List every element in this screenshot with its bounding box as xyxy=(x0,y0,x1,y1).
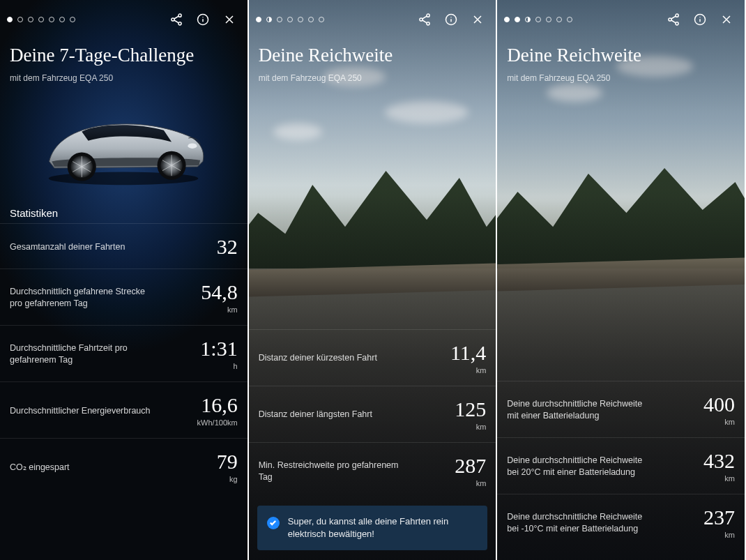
stat-row: Gesamtanzahl deiner Fahrten 32 xyxy=(0,223,248,268)
stat-value: 1:31 h xyxy=(200,338,237,370)
top-bar xyxy=(249,0,496,32)
top-bar xyxy=(497,0,745,32)
page-dot[interactable] xyxy=(7,17,13,22)
svg-point-25 xyxy=(427,22,429,25)
page-dot[interactable] xyxy=(17,17,23,22)
page-dot[interactable] xyxy=(266,17,272,22)
stats-list: Deine durchschnittliche Reichweite mit e… xyxy=(497,381,745,560)
svg-point-30 xyxy=(676,22,678,25)
stat-value: 432 km xyxy=(703,451,735,483)
stat-label: Durchschnittliche Fahrtzeit pro gefahren… xyxy=(10,342,151,366)
stat-row: Deine durchschnittliche Reichweite bei -… xyxy=(497,494,745,550)
page-dot[interactable] xyxy=(70,17,75,22)
page-dot[interactable] xyxy=(298,17,303,22)
stat-row: Durchschnittlich gefahrene Strecke pro g… xyxy=(0,268,248,325)
svg-point-1 xyxy=(172,18,174,21)
svg-point-23 xyxy=(427,14,429,17)
banner-text: Super, du kannst alle deine Fahrten rein… xyxy=(288,515,478,540)
page-subtitle: mit dem Fahrzeug EQA 250 xyxy=(259,73,487,83)
page-header: Deine Reichweite mit dem Fahrzeug EQA 25… xyxy=(249,32,496,89)
top-bar xyxy=(0,0,248,32)
stat-label: Distanz deiner kürzesten Fahrt xyxy=(259,352,377,364)
page-dot[interactable] xyxy=(546,17,551,22)
svg-point-2 xyxy=(178,22,181,25)
page-header: Deine Reichweite mit dem Fahrzeug EQA 25… xyxy=(497,32,745,89)
svg-point-24 xyxy=(420,18,423,21)
close-icon[interactable] xyxy=(222,13,236,27)
top-actions xyxy=(169,13,236,27)
stat-row: Durchschnittliche Fahrtzeit pro gefahren… xyxy=(0,325,248,381)
svg-point-29 xyxy=(669,18,671,21)
top-actions xyxy=(667,13,733,27)
page-header: Deine 7-Tage-Challenge mit dem Fahrzeug … xyxy=(0,32,248,89)
stat-row: Distanz deiner längsten Fahrt 125 km xyxy=(249,386,496,442)
page-dot[interactable] xyxy=(308,17,314,22)
svg-point-4 xyxy=(202,17,203,17)
stat-label: Durchschnittlich gefahrene Strecke pro g… xyxy=(10,286,151,310)
stat-label: Distanz deiner längsten Fahrt xyxy=(259,409,372,421)
section-title: Statistiken xyxy=(0,200,248,223)
page-title: Deine Reichweite xyxy=(259,45,487,66)
page-dot[interactable] xyxy=(319,17,324,22)
stat-value: 287 km xyxy=(455,455,486,487)
svg-point-27 xyxy=(451,17,452,17)
page-subtitle: mit dem Fahrzeug EQA 250 xyxy=(10,73,238,83)
stat-label: Deine durchschnittliche Reichweite bei -… xyxy=(507,511,648,535)
page-dot[interactable] xyxy=(59,17,65,22)
svg-point-22 xyxy=(188,143,197,148)
stat-row: Deine durchschnittliche Reichweite bei 2… xyxy=(497,437,745,494)
close-icon[interactable] xyxy=(471,13,485,27)
stat-row: Distanz deiner kürzesten Fahrt 11,4 km xyxy=(249,329,496,386)
page-title: Deine Reichweite xyxy=(507,45,735,66)
page-dot[interactable] xyxy=(567,17,572,22)
stat-label: Deine durchschnittliche Reichweite bei 2… xyxy=(507,455,648,478)
vehicle-image xyxy=(0,89,248,200)
page-dot[interactable] xyxy=(535,17,541,22)
page-dot[interactable] xyxy=(277,17,282,22)
info-icon[interactable] xyxy=(196,13,210,27)
svg-point-32 xyxy=(699,17,700,17)
stat-label: Gesamtanzahl deiner Fahrten xyxy=(10,241,125,253)
page-dot[interactable] xyxy=(49,17,54,22)
page-indicator[interactable] xyxy=(256,17,324,22)
success-banner: Super, du kannst alle deine Fahrten rein… xyxy=(257,506,488,550)
screen-range-b: Deine Reichweite mit dem Fahrzeug EQA 25… xyxy=(497,0,746,560)
stats-list: Distanz deiner kürzesten Fahrt 11,4 km D… xyxy=(249,329,496,499)
share-icon[interactable] xyxy=(667,13,680,27)
share-icon[interactable] xyxy=(169,13,183,27)
stat-row: CO₂ eingespart 79 kg xyxy=(0,438,248,494)
page-dot[interactable] xyxy=(504,17,510,22)
stat-value: 11,4 km xyxy=(450,342,486,374)
stat-row: Deine durchschnittliche Reichweite mit e… xyxy=(497,381,745,437)
info-icon[interactable] xyxy=(444,13,458,27)
stat-row: Min. Restreichweite pro gefahrenem Tag 2… xyxy=(249,442,496,499)
stat-label: CO₂ eingespart xyxy=(10,462,70,474)
close-icon[interactable] xyxy=(720,13,733,27)
share-icon[interactable] xyxy=(418,13,432,27)
page-dot[interactable] xyxy=(38,17,44,22)
page-dot[interactable] xyxy=(28,17,33,22)
screen-range-a: Deine Reichweite mit dem Fahrzeug EQA 25… xyxy=(249,0,498,560)
page-dot[interactable] xyxy=(287,17,293,22)
stat-value: 237 km xyxy=(703,507,735,539)
stat-label: Durchschnittlicher Energieverbrauch xyxy=(10,405,150,417)
stat-value: 32 xyxy=(217,236,238,257)
page-dot[interactable] xyxy=(525,17,531,22)
page-indicator[interactable] xyxy=(504,17,572,22)
info-icon[interactable] xyxy=(693,13,707,27)
stat-label: Deine durchschnittliche Reichweite mit e… xyxy=(507,398,648,422)
stat-value: 79 kg xyxy=(217,451,238,483)
page-dot[interactable] xyxy=(556,17,562,22)
stat-value: 16,6 kWh/100km xyxy=(197,395,238,427)
stat-value: 125 km xyxy=(455,399,486,431)
svg-point-28 xyxy=(676,14,678,17)
stats-list: Gesamtanzahl deiner Fahrten 32 Durchschn… xyxy=(0,223,248,494)
screen-challenge: Deine 7-Tage-Challenge mit dem Fahrzeug … xyxy=(0,0,249,560)
stat-label: Min. Restreichweite pro gefahrenem Tag xyxy=(259,460,400,483)
page-dot[interactable] xyxy=(515,17,520,22)
stat-value: 400 km xyxy=(703,394,735,426)
page-dot[interactable] xyxy=(256,17,261,22)
page-subtitle: mit dem Fahrzeug EQA 250 xyxy=(507,73,735,83)
page-indicator[interactable] xyxy=(7,17,75,22)
page-title: Deine 7-Tage-Challenge xyxy=(10,45,238,66)
